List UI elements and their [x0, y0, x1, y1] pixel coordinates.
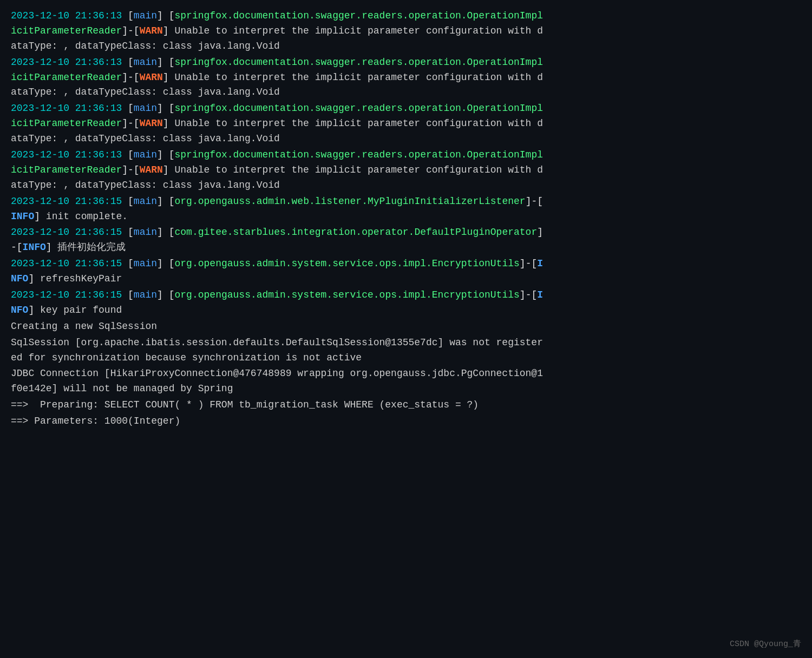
log-level: INFO: [23, 242, 46, 253]
log-line: 2023-12-10 21:36:15 [main] [org.opengaus…: [11, 288, 801, 303]
log-line-cont: icitParameterReader]-[WARN] Unable to in…: [11, 163, 801, 178]
plain-text-cont: f0e142e] will not be managed by Spring: [11, 381, 801, 397]
logger: org.opengauss.admin.system.service.ops.i…: [175, 258, 520, 269]
log-message: ataType: , dataTypeClass: class java.lan…: [11, 131, 801, 147]
log-line: 2023-12-10 21:36:13 [main] [springfox.do…: [11, 55, 801, 70]
thread: main: [134, 103, 157, 114]
log-entry-2: 2023-12-10 21:36:13 [main] [springfox.do…: [11, 55, 801, 101]
plain-line-3: JDBC Connection [HikariProxyConnection@4…: [11, 366, 801, 397]
log-entry-6: 2023-12-10 21:36:15 [main] [com.gitee.st…: [11, 225, 801, 255]
log-entry-4: 2023-12-10 21:36:13 [main] [springfox.do…: [11, 148, 801, 193]
log-line-cont: NFO] refreshKeyPair: [11, 272, 801, 287]
thread: main: [134, 227, 157, 238]
log-line: 2023-12-10 21:36:15 [main] [org.opengaus…: [11, 194, 801, 209]
timestamp: 2023-12-10 21:36:15: [11, 289, 122, 300]
timestamp: 2023-12-10 21:36:13: [11, 57, 122, 68]
log-line-cont: icitParameterReader]-[WARN] Unable to in…: [11, 70, 801, 85]
logger: com.gitee.starblues.integration.operator…: [175, 227, 538, 238]
logger: org.opengauss.admin.web.listener.MyPlugi…: [175, 196, 526, 207]
log-message: ataType: , dataTypeClass: class java.lan…: [11, 39, 801, 54]
timestamp: 2023-12-10 21:36:13: [11, 103, 122, 114]
plain-text: ==> Parameters: 1000(Integer): [11, 414, 801, 429]
log-line-cont: -[INFO] 插件初始化完成: [11, 240, 801, 255]
log-line: 2023-12-10 21:36:13 [main] [springfox.do…: [11, 148, 801, 163]
thread: main: [134, 10, 157, 21]
watermark: CSDN @Qyoung_青: [730, 639, 801, 651]
plain-text: Creating a new SqlSession: [11, 319, 801, 334]
logger: springfox.documentation.swagger.readers.…: [175, 10, 543, 21]
log-line-cont: icitParameterReader]-[WARN] Unable to in…: [11, 116, 801, 131]
timestamp: 2023-12-10 21:36:13: [11, 10, 122, 21]
log-line: 2023-12-10 21:36:15 [main] [com.gitee.st…: [11, 225, 801, 240]
log-entry-7: 2023-12-10 21:36:15 [main] [org.opengaus…: [11, 256, 801, 287]
plain-line-2: SqlSession [org.apache.ibatis.session.de…: [11, 335, 801, 366]
thread: main: [134, 258, 157, 269]
log-level: I: [537, 289, 543, 300]
plain-text: ==> Preparing: SELECT COUNT( * ) FROM tb…: [11, 398, 801, 413]
log-line-cont: icitParameterReader]-[WARN] Unable to in…: [11, 24, 801, 39]
timestamp: 2023-12-10 21:36:15: [11, 227, 122, 238]
log-entry-3: 2023-12-10 21:36:13 [main] [springfox.do…: [11, 101, 801, 147]
log-level: WARN: [140, 25, 163, 36]
log-line-cont: NFO] key pair found: [11, 303, 801, 318]
log-level: WARN: [140, 118, 163, 129]
log-level: WARN: [140, 72, 163, 83]
log-message: ataType: , dataTypeClass: class java.lan…: [11, 85, 801, 100]
console-output: 2023-12-10 21:36:13 [main] [springfox.do…: [0, 0, 812, 658]
plain-text-cont: ed for synchronization because synchroni…: [11, 351, 801, 366]
thread: main: [134, 289, 157, 300]
log-line: 2023-12-10 21:36:13 [main] [springfox.do…: [11, 101, 801, 116]
logger: springfox.documentation.swagger.readers.…: [175, 149, 543, 160]
plain-line-1: Creating a new SqlSession: [11, 319, 801, 334]
log-message: ataType: , dataTypeClass: class java.lan…: [11, 178, 801, 193]
thread: main: [134, 196, 157, 207]
plain-text: SqlSession [org.apache.ibatis.session.de…: [11, 335, 801, 351]
plain-text: JDBC Connection [HikariProxyConnection@4…: [11, 366, 801, 381]
log-level: INFO: [11, 211, 34, 222]
log-entry-5: 2023-12-10 21:36:15 [main] [org.opengaus…: [11, 194, 801, 225]
logger: springfox.documentation.swagger.readers.…: [175, 57, 543, 68]
thread: main: [134, 149, 157, 160]
log-level: I: [537, 258, 543, 269]
log-entry-8: 2023-12-10 21:36:15 [main] [org.opengaus…: [11, 288, 801, 318]
timestamp: 2023-12-10 21:36:13: [11, 149, 122, 160]
log-line-cont: INFO] init complete.: [11, 209, 801, 225]
plain-line-5: ==> Parameters: 1000(Integer): [11, 414, 801, 429]
log-line: 2023-12-10 21:36:13 [main] [springfox.do…: [11, 9, 801, 24]
plain-line-4: ==> Preparing: SELECT COUNT( * ) FROM tb…: [11, 398, 801, 413]
timestamp: 2023-12-10 21:36:15: [11, 258, 122, 269]
logger: springfox.documentation.swagger.readers.…: [175, 103, 543, 114]
timestamp: 2023-12-10 21:36:15: [11, 196, 122, 207]
thread: main: [134, 57, 157, 68]
log-line: 2023-12-10 21:36:15 [main] [org.opengaus…: [11, 256, 801, 272]
logger: org.opengauss.admin.system.service.ops.i…: [175, 289, 520, 300]
log-entry-1: 2023-12-10 21:36:13 [main] [springfox.do…: [11, 9, 801, 54]
log-level: WARN: [140, 164, 163, 175]
